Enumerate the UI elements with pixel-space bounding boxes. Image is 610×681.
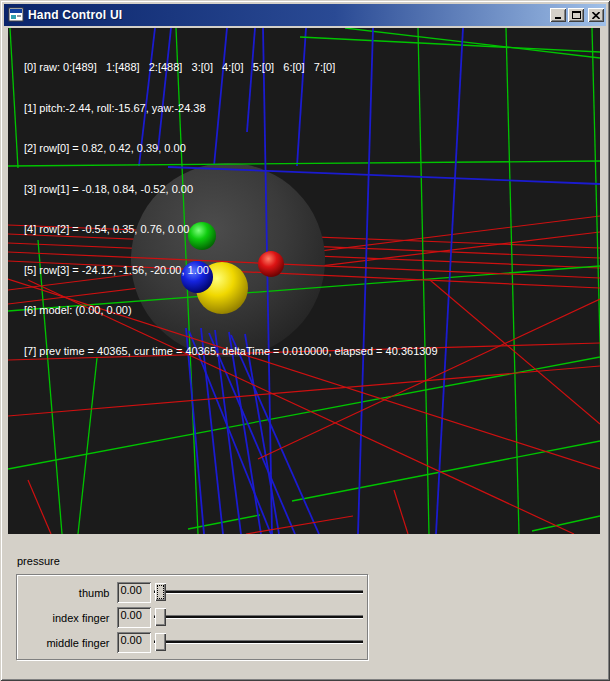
debug-line-euler: [1] pitch:-2.44, roll:-15.67, yaw:-24.38	[24, 102, 438, 116]
debug-line-row0: [2] row[0] = 0.82, 0.42, 0.39, 0.00	[24, 142, 438, 156]
thumb-slider[interactable]	[153, 582, 367, 603]
minimize-button[interactable]	[550, 8, 566, 22]
gl-viewport[interactable]: [0] raw: 0:[489] 1:[488] 2:[488] 3:[0] 4…	[8, 28, 600, 534]
middle-finger-label: middle finger	[23, 637, 109, 649]
index-finger-slider-track[interactable]	[154, 615, 363, 619]
pressure-row-index-finger: index finger 0.00	[23, 607, 367, 628]
close-button[interactable]	[588, 8, 604, 22]
titlebar-buttons	[548, 8, 604, 22]
thumb-slider-track[interactable]	[154, 590, 363, 594]
pressure-groupbox: thumb 0.00 index finger 0.00 middle fing…	[16, 574, 368, 660]
index-finger-label: index finger	[23, 612, 109, 624]
pressure-row-thumb: thumb 0.00	[23, 582, 367, 603]
debug-line-row3: [5] row[3] = -24.12, -1.56, -20.00, 1.00	[24, 264, 438, 278]
titlebar[interactable]: Hand Control UI	[4, 4, 606, 26]
debug-overlay: [0] raw: 0:[489] 1:[488] 2:[488] 3:[0] 4…	[24, 34, 438, 385]
pressure-group-label: pressure	[17, 555, 60, 567]
middle-finger-value: 0.00	[117, 632, 150, 653]
minimize-icon	[554, 12, 562, 19]
middle-finger-slider[interactable]	[153, 632, 367, 653]
window-content: Hand Control UI	[4, 4, 606, 677]
debug-line-raw: [0] raw: 0:[489] 1:[488] 2:[488] 3:[0] 4…	[24, 61, 438, 75]
window-title: Hand Control UI	[28, 8, 122, 22]
maximize-button[interactable]	[568, 8, 584, 22]
debug-line-row2: [4] row[2] = -0.54, 0.35, 0.76, 0.00	[24, 223, 438, 237]
maximize-icon	[572, 11, 581, 19]
middle-finger-slider-handle[interactable]	[155, 633, 166, 651]
index-finger-slider-handle[interactable]	[155, 608, 166, 626]
debug-line-model: [6] model: (0.00, 0.00)	[24, 304, 438, 318]
thumb-label: thumb	[23, 587, 109, 599]
index-finger-value: 0.00	[117, 607, 150, 628]
thumb-value: 0.00	[117, 582, 150, 603]
middle-finger-slider-track[interactable]	[154, 640, 363, 644]
pressure-row-middle-finger: middle finger 0.00	[23, 632, 367, 653]
index-finger-slider[interactable]	[153, 607, 367, 628]
app-icon	[8, 7, 24, 23]
debug-line-row1: [3] row[1] = -0.18, 0.84, -0.52, 0.00	[24, 183, 438, 197]
close-icon	[592, 12, 600, 19]
thumb-slider-handle[interactable]	[155, 583, 166, 601]
app-window: Hand Control UI	[0, 0, 610, 681]
debug-line-timing: [7] prev time = 40365, cur time = 40365,…	[24, 345, 438, 359]
